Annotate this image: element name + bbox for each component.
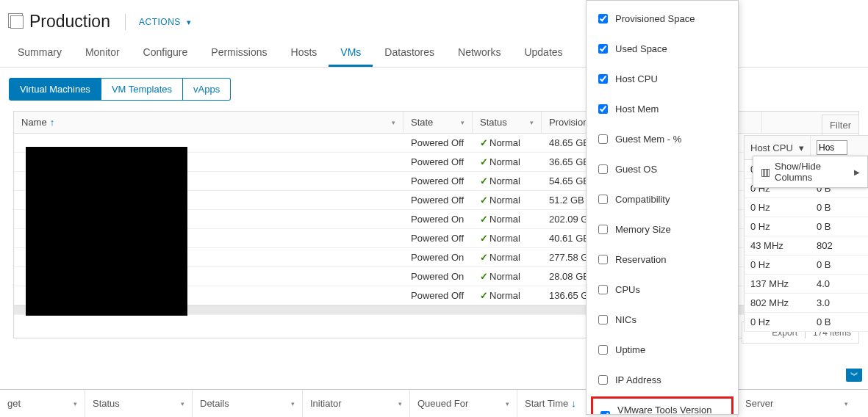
column-option-checkbox[interactable]: [600, 411, 610, 416]
column-option[interactable]: Compatibility: [587, 184, 738, 214]
cell-state: Powered Off: [403, 191, 473, 209]
chevron-down-icon[interactable]: ▾: [844, 400, 848, 407]
subtab-virtual-machines[interactable]: Virtual Machines: [9, 78, 101, 101]
column-option-checkbox[interactable]: [598, 134, 608, 144]
column-option-checkbox[interactable]: [598, 225, 608, 234]
column-option-label: Used Space: [615, 43, 667, 54]
taskcol-details-label: Details: [200, 398, 229, 409]
cell-host-mem: 0 B: [811, 198, 868, 217]
col-state-label: State: [411, 117, 433, 128]
table-row[interactable]: 0 Hz0 B: [744, 198, 868, 217]
chevron-down-icon[interactable]: ▾: [398, 400, 402, 407]
table-row[interactable]: 0 Hz0 B: [744, 255, 868, 275]
column-option-checkbox[interactable]: [598, 255, 608, 264]
column-option-checkbox[interactable]: [598, 285, 608, 294]
cell-status: ✓Normal: [473, 286, 542, 305]
tab-summary[interactable]: Summary: [6, 39, 73, 67]
taskcol-server-label: Server: [745, 398, 773, 409]
chevron-down-icon[interactable]: ▾: [506, 400, 509, 407]
column-option[interactable]: Guest Mem - %: [587, 124, 738, 154]
column-option-checkbox[interactable]: [598, 44, 608, 54]
table-row[interactable]: 0 Hz0 B: [744, 217, 868, 236]
column-option-checkbox[interactable]: [598, 164, 608, 174]
tab-permissions[interactable]: Permissions: [199, 39, 279, 67]
column-option[interactable]: Provisioned Space: [587, 4, 738, 34]
column-option-checkbox[interactable]: [598, 375, 608, 385]
column-option[interactable]: Guest OS: [587, 154, 738, 184]
column-option-checkbox[interactable]: [598, 104, 608, 114]
tab-datastores[interactable]: Datastores: [373, 39, 446, 67]
column-option-label: Uptime: [615, 344, 645, 355]
cell-state: Powered Off: [403, 229, 473, 247]
column-option-checkbox[interactable]: [598, 195, 608, 204]
taskcol-initiator[interactable]: Initiator▾: [303, 390, 410, 417]
table-row[interactable]: 802 MHz3.0: [744, 294, 868, 313]
col-status[interactable]: Status▾: [473, 112, 542, 133]
chevron-down-icon[interactable]: ▾: [73, 400, 77, 407]
filter-label: Filter: [822, 115, 859, 135]
sort-desc-icon: ↓: [571, 398, 576, 409]
chevron-down-icon[interactable]: ▾: [530, 119, 534, 126]
tab-monitor[interactable]: Monitor: [73, 39, 132, 67]
cell-state: Powered On: [403, 210, 473, 228]
tab-updates[interactable]: Updates: [512, 39, 574, 67]
subtab-vm-templates[interactable]: VM Templates: [101, 78, 183, 101]
divider: [125, 14, 126, 30]
show-hide-columns-button[interactable]: ▥ Show/Hide Columns ▶: [753, 156, 868, 188]
cell-status: ✓Normal: [473, 153, 542, 171]
column-option[interactable]: CPUs: [587, 275, 738, 305]
chevron-down-icon[interactable]: ▾: [392, 119, 395, 126]
col-hcpu-label: Host CPU: [750, 142, 793, 153]
page-title: Production: [29, 12, 110, 32]
col-state[interactable]: State▾: [403, 112, 473, 133]
column-option-label: Compatibility: [615, 194, 670, 205]
subtab-vapps[interactable]: vApps: [183, 78, 231, 101]
table-row[interactable]: 43 MHz802: [744, 236, 868, 255]
cell-state: Powered Off: [403, 134, 473, 152]
taskcol-queued-label: Queued For: [417, 398, 468, 409]
check-icon: ✓: [480, 233, 488, 244]
column-option-checkbox[interactable]: [598, 14, 608, 23]
column-option-checkbox[interactable]: [598, 315, 608, 324]
column-option[interactable]: Uptime: [587, 335, 738, 365]
table-row[interactable]: 0 Hz0 B: [744, 313, 868, 332]
column-option[interactable]: IP Address: [587, 365, 738, 395]
chevron-down-icon[interactable]: ▾: [799, 142, 804, 153]
column-option[interactable]: Memory Size: [587, 214, 738, 244]
column-option[interactable]: Host Mem: [587, 94, 738, 124]
cell-state: Powered On: [403, 248, 473, 266]
column-option[interactable]: Reservation: [587, 244, 738, 275]
collapse-panel-button[interactable]: ︾: [846, 369, 862, 382]
column-chooser-popup: Provisioned SpaceUsed SpaceHost CPUHost …: [586, 0, 739, 415]
tab-configure[interactable]: Configure: [132, 39, 200, 67]
column-option[interactable]: NICs: [587, 305, 738, 335]
actions-menu[interactable]: ACTIONS ▾: [139, 17, 191, 27]
column-option-checkbox[interactable]: [598, 345, 608, 355]
column-option-label: VMware Tools Version Status: [617, 405, 727, 415]
col-name[interactable]: Name↑▾: [14, 112, 403, 133]
taskcol-status-label: Status: [93, 398, 120, 409]
table-row[interactable]: 137 MHz4.0: [744, 275, 868, 294]
taskcol-details[interactable]: Details▾: [193, 390, 303, 417]
taskcol-target[interactable]: get▾: [0, 390, 85, 417]
tab-networks[interactable]: Networks: [446, 39, 512, 67]
chevron-down-icon[interactable]: ▾: [461, 119, 465, 126]
column-option[interactable]: VMware Tools Version Status: [591, 396, 734, 415]
chevron-down-icon[interactable]: ▾: [181, 400, 184, 407]
taskcol-server[interactable]: Server▾: [738, 390, 856, 417]
host-filter-input[interactable]: [817, 140, 847, 155]
taskcol-queued[interactable]: Queued For▾: [410, 390, 517, 417]
column-option[interactable]: Used Space: [587, 34, 738, 64]
actions-label: ACTIONS: [139, 17, 181, 27]
tab-vms[interactable]: VMs: [329, 39, 373, 67]
taskcol-status[interactable]: Status▾: [85, 390, 193, 417]
cell-host-cpu: 0 Hz: [745, 313, 811, 331]
column-option-checkbox[interactable]: [598, 74, 608, 84]
cell-status: ✓Normal: [473, 267, 542, 286]
columns-icon: ▥: [761, 166, 770, 178]
check-icon: ✓: [480, 214, 488, 225]
tab-hosts[interactable]: Hosts: [279, 39, 329, 67]
column-option[interactable]: Host CPU: [587, 64, 738, 94]
cell-state: Powered Off: [403, 153, 473, 171]
chevron-down-icon[interactable]: ▾: [291, 400, 295, 407]
